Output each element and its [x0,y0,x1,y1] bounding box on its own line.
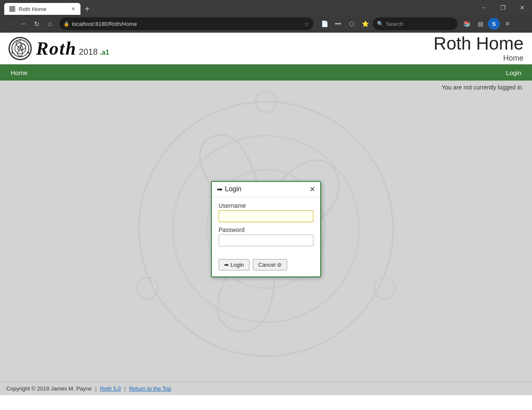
pocket-button[interactable]: ⬡ [346,18,357,30]
back-button[interactable]: ← [3,18,15,30]
search-icon: 🔍 [377,21,383,27]
window-close-button[interactable]: ✕ [513,0,532,15]
app-title-main: Roth Home [434,34,524,53]
browser-titlebar: Roth Home ✕ + − ❐ ✕ [0,0,532,15]
dialog-title: ➡ Login [217,185,241,193]
login-btn-icon: ➡ [224,262,229,268]
app-navbar: Home Login [0,64,532,81]
toolbar-right-2: 📚 ▤ S ≡ [461,18,513,30]
footer-version-link[interactable]: Roth 5.0 [100,385,121,392]
app-footer: Copyright © 2018 James M. Payne | Roth 5… [0,382,532,395]
cancel-button[interactable]: Cancel ⊘ [253,259,287,271]
minimize-button[interactable]: − [474,0,493,15]
browser-chrome: Roth Home ✕ + − ❐ ✕ ← → ↻ ⌂ 🔒 localhost:… [0,0,532,33]
app-logo: Roth 2018 .a1 [8,37,109,60]
login-dialog: ➡ Login ✕ Username Password [211,181,321,277]
footer-sep-1: | [95,385,97,392]
dialog-footer: ➡ Login Cancel ⊘ [212,256,320,276]
logo-svg [10,38,30,59]
svg-point-4 [28,52,29,53]
refresh-button[interactable]: ↻ [30,18,42,30]
username-group: Username [219,202,313,222]
new-tab-button[interactable]: + [80,3,94,15]
password-input[interactable] [219,234,313,246]
login-btn-label: Login [230,262,244,268]
window-controls: − ❐ ✕ [474,0,532,15]
cancel-btn-label: Cancel [258,262,275,268]
sidebar-toggle-button[interactable]: ▤ [474,18,486,30]
svg-point-5 [11,52,13,53]
login-submit-button[interactable]: ➡ Login [219,259,249,271]
password-group: Password [219,226,313,246]
footer-sep-2: | [124,385,125,392]
dialog-overlay: ➡ Login ✕ Username Password [0,81,532,377]
app-title-sub: Home [434,54,524,63]
reader-view-button[interactable]: 📄 [319,18,330,30]
login-arrow-icon: ➡ [217,185,222,193]
address-bar[interactable]: 🔒 localhost:8180/Roth/Home ☆ [59,17,313,30]
logo-text-block: Roth 2018 .a1 [36,38,109,59]
logo-circle [8,37,32,60]
home-button[interactable]: ⌂ [44,18,56,30]
toolbar-right: 📄 ••• ⬡ ⭐ [319,18,371,30]
svg-point-3 [19,39,21,41]
bookmarks-button[interactable]: ⭐ [359,18,371,30]
dialog-body: Username Password [212,197,320,256]
nav-login-link[interactable]: Login [502,66,526,80]
search-input[interactable]: Search [386,21,403,27]
dialog-close-button[interactable]: ✕ [310,185,315,193]
username-input[interactable] [219,210,313,222]
browser-tab-active[interactable]: Roth Home ✕ [4,3,80,15]
tab-close-button[interactable]: ✕ [71,6,75,12]
address-lock-icon: 🔒 [64,21,69,27]
dialog-header: ➡ Login ✕ [212,182,320,197]
bookmark-star-icon[interactable]: ☆ [304,21,309,27]
maximize-button[interactable]: ❐ [493,0,513,15]
logo-version-text: .a1 [100,49,109,56]
footer-copyright: Copyright © 2018 James M. Payne [6,385,92,392]
app-title-block: Roth Home Home [434,34,524,62]
profile-button[interactable]: S [488,18,500,30]
app-main: You are not currently logged in. [0,81,532,377]
app-wrapper: Roth 2018 .a1 Roth Home Home Home Login … [0,33,532,395]
search-bar[interactable]: 🔍 Search [373,17,457,30]
browser-toolbar: ← → ↻ ⌂ 🔒 localhost:8180/Roth/Home ☆ 📄 •… [0,15,532,33]
address-text: localhost:8180/Roth/Home [72,21,302,27]
dialog-title-text: Login [225,185,241,193]
app-header: Roth 2018 .a1 Roth Home Home [0,33,532,64]
password-label: Password [219,226,313,233]
username-label: Username [219,202,313,209]
more-options-button[interactable]: ••• [332,18,344,30]
tab-favicon [9,6,15,12]
forward-button[interactable]: → [17,18,29,30]
logo-year-text: 2018 [79,47,98,57]
tab-bar: Roth Home ✕ + [0,0,94,15]
library-button[interactable]: 📚 [461,18,473,30]
nav-home-link[interactable]: Home [6,66,32,80]
cancel-btn-icon: ⊘ [277,262,282,268]
logo-roth-text: Roth [36,38,77,59]
footer-top-link[interactable]: Return to the Top [129,385,172,392]
tab-title: Roth Home [19,6,47,12]
hamburger-menu-button[interactable]: ≡ [502,18,513,30]
